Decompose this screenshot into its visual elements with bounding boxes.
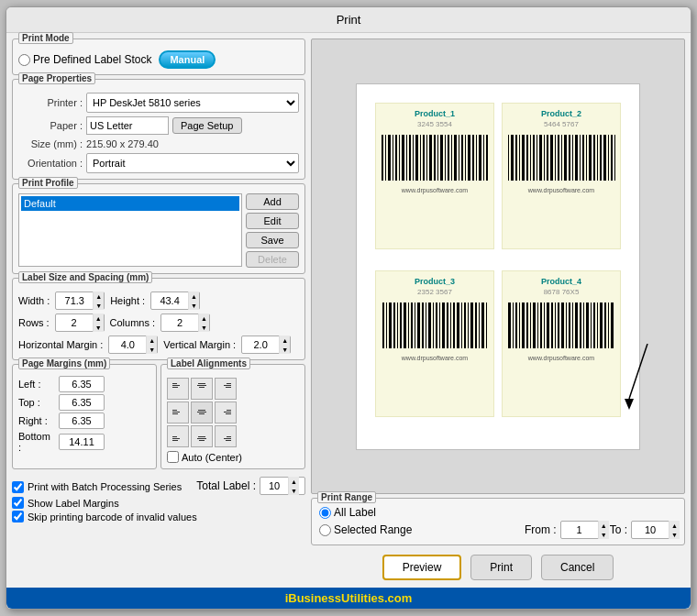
width-input[interactable] [56,295,93,306]
vert-margin-up[interactable]: ▲ [280,336,290,345]
svg-rect-61 [519,135,520,181]
align-mid-center[interactable] [191,402,213,424]
height-up[interactable]: ▲ [189,292,199,301]
svg-rect-1 [172,385,180,386]
align-mid-left[interactable] [167,402,189,424]
horiz-margin-spinner[interactable]: ▲ ▼ [108,336,158,354]
svg-rect-66 [537,135,537,181]
columns-input[interactable] [161,317,198,328]
height-spinner[interactable]: ▲ ▼ [150,292,200,310]
from-spinner[interactable]: ▲ ▼ [560,521,606,539]
align-top-left[interactable] [167,378,189,400]
barcode-3 [380,298,490,353]
to-down[interactable]: ▼ [669,530,680,539]
vert-margin-spinner[interactable]: ▲ ▼ [241,336,291,354]
svg-rect-19 [172,438,180,439]
svg-rect-139 [580,302,581,348]
right-margin-input[interactable] [59,412,105,429]
auto-center-checkbox[interactable] [167,451,179,463]
svg-rect-53 [472,135,474,181]
svg-rect-78 [580,135,581,181]
svg-rect-86 [608,135,609,181]
vert-margin-input[interactable] [242,339,279,350]
height-input[interactable] [151,295,188,306]
selected-range-radio[interactable]: Selected Range [319,523,412,536]
invalid-check-row: Skip printing barcode of invalid values [12,511,305,522]
height-down[interactable]: ▼ [189,301,199,310]
width-up[interactable]: ▲ [94,292,104,301]
invalid-checkbox[interactable] [12,511,24,522]
total-spinner[interactable]: ▲ ▼ [260,477,305,495]
svg-rect-92 [393,302,395,348]
svg-rect-75 [569,135,570,181]
width-spinner[interactable]: ▲ ▼ [55,292,105,310]
width-down[interactable]: ▼ [94,301,104,310]
to-spinner[interactable]: ▲ ▼ [631,521,677,539]
cancel-button[interactable]: Cancel [541,555,614,580]
edit-button[interactable]: Edit [246,213,299,229]
width-label: Width : [18,295,50,306]
label-3-numbers: 2352 3567 [417,288,452,296]
svg-rect-4 [197,385,206,386]
invalid-check-label: Skip printing barcode of invalid values [28,512,197,522]
pre-defined-label: Pre Defined Label Stock [33,53,151,66]
print-mode-label: Print Mode [18,32,73,44]
columns-up[interactable]: ▲ [199,314,209,323]
to-input[interactable] [632,521,669,539]
rows-input[interactable] [56,317,93,328]
svg-rect-138 [575,302,578,348]
margins-check-label: Show Label Margins [28,498,119,509]
manual-button[interactable]: Manual [159,50,216,69]
from-input[interactable] [561,521,598,539]
align-bot-left[interactable] [167,425,189,447]
from-up[interactable]: ▲ [599,521,609,530]
margins-checkbox[interactable] [12,497,24,509]
horiz-margin-input[interactable] [109,339,146,350]
rows-up[interactable]: ▲ [94,314,104,323]
pre-defined-radio-input[interactable] [18,54,30,66]
horiz-margin-down[interactable]: ▼ [147,345,157,354]
pre-defined-radio[interactable]: Pre Defined Label Stock [18,53,151,66]
columns-spinner[interactable]: ▲ ▼ [160,314,210,332]
align-top-center[interactable] [191,378,213,400]
horiz-margin-up[interactable]: ▲ [147,336,157,345]
vert-margin-down[interactable]: ▼ [280,345,290,354]
paper-row: Paper : Page Setup [18,116,299,135]
from-down[interactable]: ▼ [599,530,609,539]
align-top-right[interactable] [215,378,237,400]
total-input[interactable] [260,480,288,491]
svg-rect-83 [597,135,598,181]
paper-input[interactable] [86,116,169,135]
total-up[interactable]: ▲ [289,477,299,486]
printer-select[interactable]: HP DeskJet 5810 series [86,93,299,113]
align-bot-right[interactable] [215,425,237,447]
delete-button[interactable]: Delete [246,251,299,268]
orientation-select[interactable]: Portrait [86,153,299,173]
align-mid-right[interactable] [215,402,237,424]
label-4-numbers: 8678 76X5 [544,288,580,296]
rows-spinner[interactable]: ▲ ▼ [55,314,105,332]
label-4-title: Product_4 [541,277,581,286]
all-label-radio-input[interactable] [319,507,331,519]
top-margin-input[interactable] [59,394,105,411]
add-button[interactable]: Add [246,193,299,210]
svg-rect-26 [226,440,231,441]
preview-button[interactable]: Preview [382,555,462,580]
rows-down[interactable]: ▼ [94,323,104,332]
svg-rect-135 [566,302,567,348]
bottom-margin-label: Bottom : [18,431,55,453]
profile-item-default[interactable]: Default [21,196,239,211]
batch-checkbox[interactable] [12,481,24,493]
save-button[interactable]: Save [246,232,299,248]
total-down[interactable]: ▼ [289,486,299,495]
page-setup-button[interactable]: Page Setup [172,117,242,134]
to-up[interactable]: ▲ [669,521,680,530]
bottom-margin-input[interactable] [59,434,105,450]
print-button[interactable]: Print [470,555,532,580]
left-margin-input[interactable] [59,376,105,392]
selected-range-radio-input[interactable] [319,524,331,536]
all-label-radio[interactable]: All Label [319,506,376,519]
align-bot-center[interactable] [191,425,213,447]
profile-list[interactable]: Default [18,193,242,267]
columns-down[interactable]: ▼ [199,323,209,332]
